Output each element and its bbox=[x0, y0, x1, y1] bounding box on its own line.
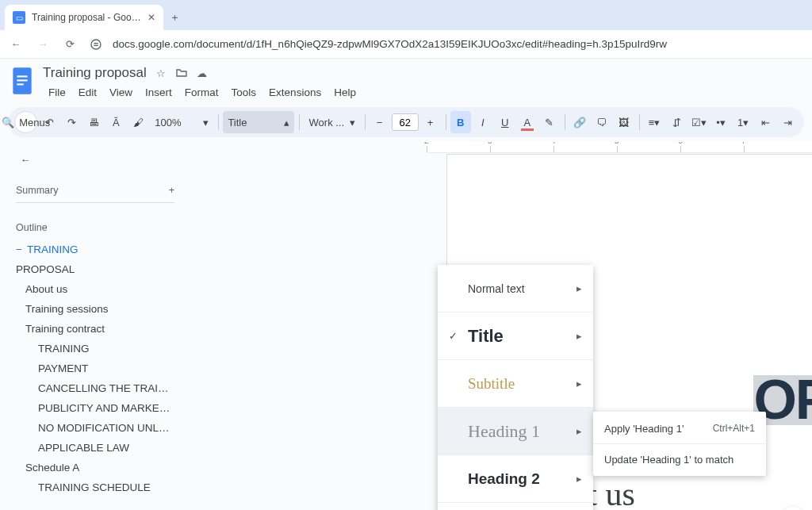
heading-1-submenu: Apply 'Heading 1' Ctrl+Alt+1 Update 'Hea… bbox=[593, 412, 766, 476]
font-size-input[interactable] bbox=[392, 113, 419, 131]
chevron-right-icon: ▸ bbox=[576, 378, 582, 389]
document-canvas[interactable]: 2 3 4 5 6 7 G OPOSAL About us Normal tex… bbox=[197, 142, 812, 510]
outline-item[interactable]: Schedule A bbox=[16, 458, 174, 477]
svg-rect-5 bbox=[17, 79, 27, 81]
keyboard-shortcut: Ctrl+Alt+1 bbox=[713, 423, 755, 434]
bold-button[interactable]: B bbox=[450, 111, 471, 133]
menu-file[interactable]: File bbox=[43, 84, 71, 101]
increase-font-size[interactable]: + bbox=[420, 111, 441, 133]
update-heading-1[interactable]: Update 'Heading 1' to match bbox=[593, 446, 766, 473]
outline-list: −TRAINING PROPOSAL About us Training ses… bbox=[16, 240, 181, 497]
svg-point-0 bbox=[91, 40, 101, 49]
font-select[interactable]: Work ...▾ bbox=[304, 111, 360, 133]
url-text[interactable]: docs.google.com/document/d/1fH_n6hQieQZ9… bbox=[113, 38, 806, 50]
outline-item[interactable]: Training sessions bbox=[16, 299, 174, 319]
paragraph-style-select[interactable]: Title▴ bbox=[223, 111, 294, 133]
decrease-indent-button[interactable]: ⇤ bbox=[755, 111, 776, 133]
menu-bar: File Edit View Insert Format Tools Exten… bbox=[43, 84, 362, 101]
add-comment-button[interactable]: 🗨 bbox=[592, 111, 612, 133]
menu-extensions[interactable]: Extensions bbox=[263, 84, 327, 101]
browser-tab[interactable]: ▭ Training proposal - Google Do... ✕ bbox=[5, 5, 163, 30]
menu-view[interactable]: View bbox=[104, 84, 138, 101]
text-color-button[interactable]: A bbox=[517, 111, 538, 133]
chevron-up-icon: ▴ bbox=[284, 117, 289, 128]
apply-heading-1[interactable]: Apply 'Heading 1' Ctrl+Alt+1 bbox=[593, 415, 766, 442]
italic-button[interactable]: I bbox=[473, 111, 493, 133]
insert-link-button[interactable]: 🔗 bbox=[569, 111, 590, 133]
outline-item[interactable]: TRAINING bbox=[16, 339, 174, 359]
outline-item[interactable]: NO MODIFICATION UNLESS … bbox=[16, 418, 174, 438]
style-heading-3[interactable]: Heading 3 ▸ bbox=[438, 503, 593, 510]
menu-insert[interactable]: Insert bbox=[140, 84, 178, 101]
numbered-list-button[interactable]: 1▾ bbox=[733, 111, 753, 133]
chevron-right-icon: ▸ bbox=[576, 282, 582, 294]
highlight-button[interactable]: ✎ bbox=[539, 111, 560, 133]
svg-rect-4 bbox=[17, 75, 27, 77]
new-tab-button[interactable]: ＋ bbox=[163, 5, 186, 30]
outline-item[interactable]: −TRAINING bbox=[16, 240, 174, 259]
google-docs-app: Training proposal ☆ ☁ File Edit View Ins… bbox=[0, 59, 812, 510]
undo-button[interactable]: ↶ bbox=[39, 111, 59, 133]
style-subtitle[interactable]: Subtitle ▸ bbox=[438, 360, 593, 408]
print-button[interactable]: 🖶 bbox=[83, 111, 104, 133]
outline-item[interactable]: PAYMENT bbox=[16, 359, 174, 378]
outline-item[interactable]: APPLICABLE LAW bbox=[16, 438, 174, 458]
browser-tab-strip: ▭ Training proposal - Google Do... ✕ ＋ bbox=[0, 0, 812, 30]
tab-title: Training proposal - Google Do... bbox=[32, 12, 141, 23]
outline-item[interactable]: CANCELLING THE TRAININ… bbox=[16, 378, 174, 398]
outline-sidebar: ← Summary + Outline −TRAINING PROPOSAL A… bbox=[0, 142, 197, 510]
toolbar: 🔍 Menus ↶ ↷ 🖶 Ă 🖌 100%▾ Title▴ Work ...▾… bbox=[8, 107, 804, 137]
style-normal-text[interactable]: Normal text ▸ bbox=[438, 265, 593, 313]
check-icon: ✓ bbox=[449, 330, 462, 342]
outline-heading: Outline bbox=[16, 222, 181, 233]
style-heading-2[interactable]: Heading 2 ▸ bbox=[438, 455, 593, 503]
back-button[interactable]: ← bbox=[6, 35, 25, 54]
redo-button[interactable]: ↷ bbox=[61, 111, 82, 133]
style-title[interactable]: ✓Title ▸ bbox=[438, 313, 593, 360]
zoom-select[interactable]: 100%▾ bbox=[150, 111, 213, 133]
bulleted-list-button[interactable]: •▾ bbox=[710, 111, 731, 133]
star-icon[interactable]: ☆ bbox=[155, 67, 167, 79]
underline-button[interactable]: U bbox=[495, 111, 515, 133]
forward-button[interactable]: → bbox=[33, 35, 52, 54]
checklist-button[interactable]: ☑▾ bbox=[688, 111, 709, 133]
collapse-icon[interactable]: − bbox=[16, 243, 22, 255]
add-summary-button[interactable]: + bbox=[169, 185, 174, 196]
cloud-status-icon[interactable]: ☁ bbox=[196, 67, 209, 79]
menu-edit[interactable]: Edit bbox=[73, 84, 102, 101]
chevron-right-icon: ▸ bbox=[576, 473, 582, 485]
collapse-outline-button[interactable]: ← bbox=[16, 150, 35, 169]
search-menus[interactable]: 🔍 Menus bbox=[14, 111, 37, 133]
outline-item[interactable]: About us bbox=[16, 279, 174, 299]
browser-address-bar: ← → ⟳ docs.google.com/document/d/1fH_n6h… bbox=[0, 30, 812, 59]
reload-button[interactable]: ⟳ bbox=[60, 35, 79, 54]
app-header: Training proposal ☆ ☁ File Edit View Ins… bbox=[0, 59, 812, 101]
paint-format-button[interactable]: 🖌 bbox=[128, 111, 148, 133]
outline-item[interactable]: TRAINING SCHEDULE bbox=[16, 477, 174, 497]
horizontal-ruler[interactable]: 2 3 4 5 6 7 bbox=[427, 142, 812, 153]
svg-rect-6 bbox=[17, 83, 23, 85]
document-title[interactable]: Training proposal bbox=[43, 65, 147, 81]
chevron-right-icon: ▸ bbox=[576, 330, 582, 342]
align-button[interactable]: ≡▾ bbox=[644, 111, 665, 133]
move-icon[interactable] bbox=[175, 67, 188, 79]
chevron-right-icon: ▸ bbox=[576, 425, 582, 437]
insert-image-button[interactable]: 🖼 bbox=[614, 111, 634, 133]
close-tab-icon[interactable]: ✕ bbox=[147, 12, 155, 23]
outline-item[interactable]: Training contract bbox=[16, 319, 174, 339]
outline-item[interactable]: PUBLICITY AND MARKETING bbox=[16, 398, 174, 418]
style-heading-1[interactable]: Heading 1 ▸ bbox=[438, 408, 593, 455]
docs-logo[interactable] bbox=[8, 63, 36, 98]
increase-indent-button[interactable]: ⇥ bbox=[777, 111, 798, 133]
menu-tools[interactable]: Tools bbox=[226, 84, 262, 101]
menu-format[interactable]: Format bbox=[179, 84, 224, 101]
site-info-icon[interactable] bbox=[87, 36, 105, 53]
decrease-font-size[interactable]: − bbox=[370, 111, 390, 133]
outline-item[interactable]: PROPOSAL bbox=[16, 259, 174, 279]
menu-help[interactable]: Help bbox=[328, 84, 362, 101]
chevron-down-icon: ▾ bbox=[350, 117, 355, 128]
spellcheck-button[interactable]: Ă bbox=[105, 111, 126, 133]
search-icon: 🔍 bbox=[2, 117, 14, 128]
docs-favicon: ▭ bbox=[13, 11, 25, 24]
line-spacing-button[interactable]: ⇵ bbox=[666, 111, 687, 133]
